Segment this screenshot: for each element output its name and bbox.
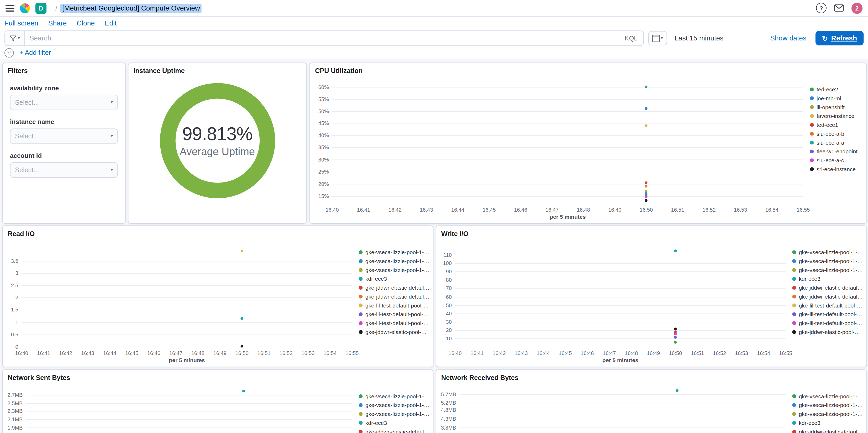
chart-container: 5.7MB5.2MB4.8MB4.3MB3.8MB3.3MB2.9MB2.4MB… bbox=[440, 383, 863, 433]
legend-item[interactable]: favero-instance bbox=[810, 111, 863, 120]
x-axis-label: 16:51 bbox=[671, 207, 684, 213]
legend-item[interactable]: gke-vseca-lizzie-pool-1-c417... bbox=[359, 400, 430, 409]
legend-color-dot bbox=[359, 321, 363, 325]
legend-item[interactable]: kdr-ece3 bbox=[359, 418, 430, 427]
x-axis-label: 16:53 bbox=[734, 207, 747, 213]
legend-item[interactable]: siu-ece-a-b bbox=[810, 129, 863, 138]
write-io-legend: gke-vseca-lizzie-pool-1-1877...gke-vseca… bbox=[792, 239, 863, 365]
saved-query-menu-button[interactable]: ▾ bbox=[5, 31, 25, 46]
filter-options-icon[interactable] bbox=[4, 48, 14, 57]
legend-item[interactable]: joe-mb-ml bbox=[810, 93, 863, 103]
panel-write-io: Write I/O 10203040506070809010011016:401… bbox=[436, 225, 867, 367]
data-point bbox=[645, 199, 648, 202]
x-axis-label: 16:44 bbox=[536, 350, 550, 356]
legend-item[interactable]: kdr-ece3 bbox=[792, 418, 863, 427]
space-badge[interactable]: D bbox=[35, 2, 46, 13]
legend-item[interactable]: kdr-ece3 bbox=[792, 274, 863, 283]
availability-zone-select[interactable]: Select... ▾ bbox=[10, 95, 118, 110]
legend-item[interactable]: gke-vseca-lizzie-pool-1-1877... bbox=[792, 392, 863, 400]
data-point bbox=[674, 336, 677, 339]
y-axis-label: 2.5MB bbox=[8, 400, 23, 406]
legend-item[interactable]: gke-lil-test-default-pool-c1e... bbox=[792, 301, 863, 310]
legend-item[interactable]: ted-ece2 bbox=[810, 85, 863, 94]
time-range-value[interactable]: Last 15 minutes bbox=[672, 34, 724, 42]
uptime-label: Average Uptime bbox=[180, 146, 255, 158]
legend-item[interactable]: gke-vseca-lizzie-pool-1-c417... bbox=[359, 257, 430, 265]
gridline bbox=[22, 285, 352, 286]
legend-item[interactable]: gke-vseca-lizzie-pool-1-630... bbox=[359, 409, 430, 418]
x-axis-label: 16:44 bbox=[103, 350, 116, 356]
legend-item[interactable]: gke-vseca-lizzie-pool-1-630... bbox=[792, 265, 863, 274]
legend-label: gke-vseca-lizzie-pool-1-630... bbox=[365, 411, 430, 417]
legend-item[interactable]: lil-openshift bbox=[810, 103, 863, 111]
legend-item[interactable]: gke-jddwr-elastic-default-po... bbox=[359, 292, 430, 301]
legend-item[interactable]: gke-jddwr-elastic-default-po... bbox=[792, 283, 863, 292]
gridline bbox=[455, 271, 785, 272]
panel-title: Network Sent Bytes bbox=[3, 370, 433, 383]
gridline bbox=[22, 310, 352, 310]
search-input[interactable] bbox=[25, 34, 625, 42]
y-axis-label: 2.5 bbox=[11, 282, 19, 288]
legend-item[interactable]: gke-vseca-lizzie-pool-1-630... bbox=[792, 409, 863, 418]
legend-item[interactable]: gke-vseca-lizzie-pool-1-630... bbox=[359, 265, 430, 274]
refresh-button[interactable]: ↻ Refresh bbox=[815, 31, 864, 46]
x-axis-label: 16:45 bbox=[483, 207, 496, 213]
legend-item[interactable]: gke-jddwr-elastic-default-po... bbox=[792, 427, 863, 433]
query-language-badge[interactable]: KQL bbox=[625, 35, 643, 41]
legend-item[interactable]: gke-lil-test-default-pool-c1e... bbox=[792, 310, 863, 319]
legend-item[interactable]: sri-ece-instance bbox=[810, 164, 863, 173]
network-received-legend: gke-vseca-lizzie-pool-1-1877...gke-vseca… bbox=[792, 383, 863, 433]
x-axis-label: 16:52 bbox=[280, 350, 293, 356]
x-axis-label: 16:41 bbox=[37, 350, 50, 356]
clone-link[interactable]: Clone bbox=[76, 20, 95, 27]
legend-item[interactable]: gke-vseca-lizzie-pool-1-1877... bbox=[359, 392, 430, 400]
legend-item[interactable]: gke-jddwr-elastic-default-po... bbox=[359, 427, 430, 433]
panel-title: CPU Utilization bbox=[310, 63, 866, 77]
y-axis-label: 40% bbox=[318, 132, 329, 138]
legend-item[interactable]: siu-ece-a-a bbox=[810, 138, 863, 147]
legend-item[interactable]: ted-ece1 bbox=[810, 120, 863, 129]
full-screen-link[interactable]: Full screen bbox=[4, 20, 38, 27]
edit-link[interactable]: Edit bbox=[105, 20, 117, 27]
legend-item[interactable]: gke-vseca-lizzie-pool-1-c417... bbox=[792, 257, 863, 265]
x-axis-title: per 5 minutes bbox=[22, 357, 352, 363]
elastic-logo[interactable] bbox=[20, 3, 30, 13]
gridline bbox=[455, 313, 785, 314]
select-placeholder: Select... bbox=[15, 98, 111, 106]
legend-item[interactable]: gke-lil-test-default-pool-c1e... bbox=[359, 310, 430, 319]
legend-item[interactable]: gke-jddwr-elastic-pool-3-74... bbox=[359, 327, 430, 336]
instance-name-select[interactable]: Select... ▾ bbox=[10, 128, 118, 144]
legend-item[interactable]: gke-lil-test-default-pool-c1e... bbox=[359, 319, 430, 327]
legend-item[interactable]: gke-jddwr-elastic-pool-3-74... bbox=[792, 327, 863, 336]
legend-item[interactable]: gke-vseca-lizzie-pool-1-1877... bbox=[792, 248, 863, 257]
show-dates-link[interactable]: Show dates bbox=[770, 34, 811, 42]
y-axis-label: 50 bbox=[446, 302, 452, 308]
add-filter-button[interactable]: + Add filter bbox=[20, 49, 51, 57]
legend-item[interactable]: gke-jddwr-elastic-default-po... bbox=[359, 283, 430, 292]
gridline bbox=[22, 297, 352, 298]
legend-item[interactable]: gke-jddwr-elastic-default-po... bbox=[792, 292, 863, 301]
legend-item[interactable]: gke-lil-test-default-pool-c1e... bbox=[359, 301, 430, 310]
gridline bbox=[455, 280, 785, 281]
legend-item[interactable]: tlee-w1-endpoint bbox=[810, 147, 863, 156]
legend-item[interactable]: gke-vseca-lizzie-pool-1-c417... bbox=[792, 400, 863, 409]
account-id-select[interactable]: Select... ▾ bbox=[10, 162, 118, 178]
legend-item[interactable]: gke-vseca-lizzie-pool-1-1877... bbox=[359, 248, 430, 257]
help-icon[interactable]: ? bbox=[816, 3, 827, 13]
legend-item[interactable]: kdr-ece3 bbox=[359, 274, 430, 283]
date-picker-button[interactable]: ▾ bbox=[648, 31, 667, 46]
y-axis-label: 70 bbox=[446, 285, 452, 291]
panel-title: Instance Uptime bbox=[128, 63, 306, 77]
menu-icon[interactable] bbox=[5, 5, 14, 11]
query-bar: ▾ KQL ▾ Last 15 minutes Show dates ↻ Ref… bbox=[0, 30, 868, 47]
plot-area: 10203040506070809010011016:4016:4116:421… bbox=[455, 245, 785, 347]
legend-item[interactable]: siu-ece-a-c bbox=[810, 156, 863, 165]
newsfeed-icon[interactable] bbox=[834, 4, 844, 11]
legend-item[interactable]: gke-lil-test-default-pool-c1e... bbox=[792, 319, 863, 327]
share-link[interactable]: Share bbox=[48, 20, 67, 27]
time-range-control[interactable]: Last 15 minutes Show dates bbox=[672, 31, 811, 46]
user-avatar[interactable]: 2 bbox=[851, 2, 863, 13]
x-axis-label: 16:45 bbox=[559, 350, 572, 356]
chevron-down-icon: ▾ bbox=[111, 134, 113, 138]
legend-color-dot bbox=[792, 421, 796, 425]
